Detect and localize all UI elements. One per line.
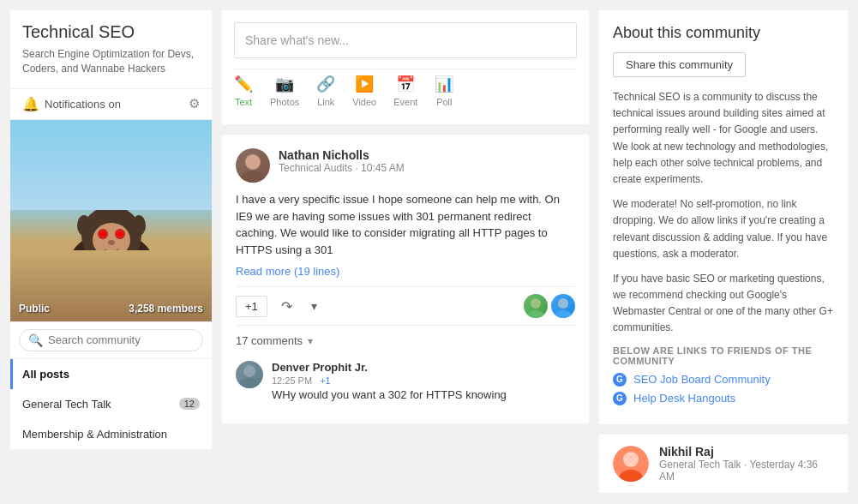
member-card: Nikhil Raj General Tech Talk · Yesterday… [599, 435, 848, 493]
plusone-button[interactable]: +1 [236, 296, 267, 317]
link-icon: 🔗 [316, 75, 335, 93]
compose-placeholder: Share what's new... [245, 33, 349, 47]
search-bar: 🔍 [10, 322, 212, 358]
compose-action-video[interactable]: ▶️ Video [352, 75, 376, 107]
post-header: Nathan Nicholls Technical Audits · 10:45… [236, 148, 575, 183]
post-body: I have a very specific issue I hope some… [236, 191, 575, 258]
comment-text: WHy would you want a 302 for HTTPS knowi… [272, 387, 507, 403]
about-description-2: We moderate! No self-promotion, no link … [613, 196, 834, 262]
member-meta: General Tech Talk · Yesterday 4:36 AM [659, 459, 834, 483]
post-card: Nathan Nicholls Technical Audits · 10:45… [222, 135, 589, 423]
about-description-1: Technical SEO is a community to discuss … [613, 89, 834, 188]
notifications-label: Notifications on [45, 98, 121, 111]
comment-plusone: +1 [320, 375, 331, 386]
plusone-label: +1 [245, 300, 258, 313]
share-community-button[interactable]: Share this community [613, 52, 746, 77]
bell-icon: 🔔 [22, 96, 39, 112]
svg-point-23 [558, 298, 568, 309]
post-time: 10:45 AM [361, 162, 405, 174]
compose-card: Share what's new... ✏️ Text 📷 Photos 🔗 L… [222, 10, 589, 124]
sidebar-item-all-posts[interactable]: All posts [10, 359, 212, 389]
sidebar-item-general-tech-talk[interactable]: General Tech Talk 12 [10, 389, 212, 419]
compose-input[interactable]: Share what's new... [234, 22, 577, 58]
comment-meta: Denver Prophit Jr. [272, 361, 507, 374]
gear-icon[interactable]: ⚙ [189, 96, 200, 111]
svg-point-22 [527, 310, 544, 318]
post-author-name: Nathan Nicholls [279, 148, 405, 162]
about-title: About this community [613, 24, 834, 42]
compose-photos-label: Photos [270, 97, 299, 107]
compose-action-photos[interactable]: 📷 Photos [270, 75, 299, 107]
nav-membership-label: Membership & Administration [22, 428, 167, 441]
community-title: Technical SEO [22, 22, 200, 42]
cover-members-count: 3,258 members [129, 303, 203, 315]
search-icon: 🔍 [28, 333, 43, 347]
photos-icon: 📷 [275, 75, 294, 93]
community-link-2-label: Help Desk Hangouts [633, 392, 735, 405]
read-more-link[interactable]: Read more (19 lines) [236, 265, 575, 278]
post-meta: Nathan Nicholls Technical Audits · 10:45… [279, 148, 405, 174]
more-icon: ▾ [311, 299, 317, 313]
svg-point-8 [77, 215, 91, 236]
google-icon-1: G [613, 373, 627, 387]
compose-link-label: Link [317, 97, 334, 107]
compose-action-link[interactable]: 🔗 Link [316, 75, 335, 107]
notifications-status: 🔔 Notifications on [22, 96, 121, 112]
compose-text-label: Text [235, 97, 252, 107]
svg-point-6 [117, 231, 123, 237]
expand-comments-icon: ▾ [308, 335, 313, 347]
community-link-1[interactable]: G SEO Job Board Community [613, 373, 834, 387]
post-actions-left: +1 ↷ ▾ [236, 295, 322, 318]
compose-poll-label: Poll [436, 97, 452, 107]
friends-section-title: BELOW ARE LINKS TO FRIENDS OF THE COMMUN… [613, 345, 834, 366]
svg-point-21 [531, 298, 541, 309]
svg-point-28 [623, 452, 639, 467]
community-cover: Public 3,258 members [10, 120, 212, 321]
community-link-2[interactable]: G Help Desk Hangouts [613, 392, 834, 405]
compose-video-label: Video [352, 97, 376, 107]
member-category: General Tech Talk [659, 459, 741, 471]
post-category: Technical Audits [279, 162, 352, 174]
svg-point-9 [132, 215, 146, 236]
community-link-1-label: SEO Job Board Community [633, 373, 771, 386]
text-icon: ✏️ [234, 75, 253, 93]
event-icon: 📅 [396, 75, 415, 93]
nav-all-posts-label: All posts [22, 368, 69, 381]
compose-action-text[interactable]: ✏️ Text [234, 75, 253, 107]
compose-action-poll[interactable]: 📊 Poll [435, 75, 453, 107]
svg-point-20 [246, 155, 260, 169]
member-header: Nikhil Raj General Tech Talk · Yesterday… [613, 445, 834, 483]
video-icon: ▶️ [355, 75, 374, 93]
main-feed: Share what's new... ✏️ Text 📷 Photos 🔗 L… [222, 10, 589, 493]
post-likers-avatars [524, 294, 575, 318]
left-sidebar: Technical SEO Search Engine Optimization… [10, 10, 212, 493]
comments-toggle[interactable]: 17 comments ▾ [236, 325, 575, 354]
general-tech-badge: 12 [179, 398, 200, 410]
nav-general-label: General Tech Talk [22, 398, 111, 411]
share-button[interactable]: ↷ [274, 295, 299, 318]
post-actions: +1 ↷ ▾ [236, 286, 575, 318]
svg-point-25 [243, 365, 255, 377]
about-description-3: If you have basic SEO or marketing quest… [613, 271, 834, 337]
svg-point-26 [239, 378, 260, 388]
liker-avatar-1 [524, 294, 548, 318]
sidebar-navigation: All posts General Tech Talk 12 Membershi… [10, 359, 212, 449]
comment-author-avatar [236, 361, 263, 388]
poll-icon: 📊 [435, 75, 453, 93]
more-options-button[interactable]: ▾ [306, 296, 322, 316]
google-icon-2: G [613, 392, 627, 405]
comment-content: Denver Prophit Jr. 12:25 PM +1 WHy would… [272, 361, 507, 403]
member-info: Nikhil Raj General Tech Talk · Yesterday… [659, 445, 834, 483]
right-sidebar: About this community Share this communit… [599, 10, 848, 493]
post-category-time: Technical Audits · 10:45 AM [279, 162, 405, 174]
comment-item: Denver Prophit Jr. 12:25 PM +1 WHy would… [236, 354, 575, 410]
notifications-bar: 🔔 Notifications on ⚙ [10, 89, 212, 119]
member-name: Nikhil Raj [659, 445, 834, 459]
search-input[interactable] [48, 333, 194, 346]
community-description: Search Engine Optimization for Devs, Cod… [22, 47, 200, 76]
sidebar-item-membership[interactable]: Membership & Administration [10, 419, 212, 449]
compose-action-bar: ✏️ Text 📷 Photos 🔗 Link ▶️ Video 📅 [234, 69, 577, 112]
compose-action-event[interactable]: 📅 Event [393, 75, 417, 107]
svg-point-5 [100, 231, 105, 237]
community-header: Technical SEO Search Engine Optimization… [10, 10, 212, 88]
